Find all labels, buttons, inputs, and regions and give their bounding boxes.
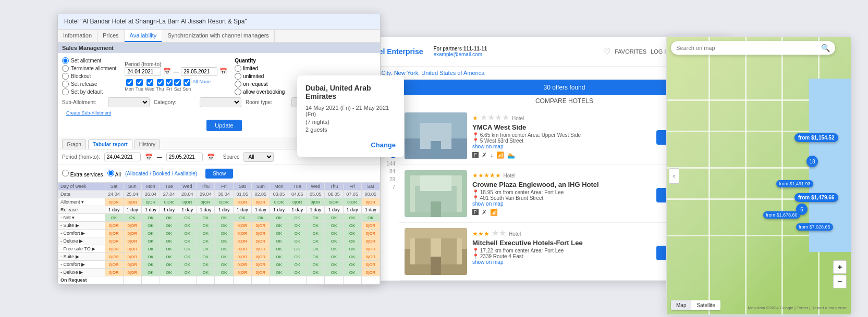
period-to-input[interactable] (181, 67, 217, 76)
map-pin-circle-18[interactable]: 18 (806, 156, 818, 167)
svg-rect-3 (431, 141, 441, 159)
source-select[interactable]: All (243, 152, 274, 162)
day-tue[interactable]: Tue (136, 79, 143, 92)
change-button[interactable]: Change (371, 141, 396, 149)
table-row: - Suite ▶ 0|OR0|OR OKOK OKOK OK0|OR 0|OR… (58, 253, 380, 261)
qty-unlimited[interactable]: unlimited (235, 73, 285, 80)
tab-history[interactable]: History (135, 140, 160, 149)
zoom-out-button[interactable]: − (833, 275, 847, 288)
tab-information[interactable]: Information (58, 30, 97, 42)
period2-to-input[interactable] (166, 153, 203, 161)
tab-prices[interactable]: Prices (97, 30, 125, 42)
period-from-input[interactable] (125, 67, 161, 76)
table-row: - Deluxe ▶ 0|OR0|OR OKOK OKOK OK0|OR 0|O… (58, 269, 380, 276)
calendar-from-icon[interactable]: 📅 (163, 68, 171, 75)
radio-blockout[interactable]: Blockout (62, 73, 116, 80)
show-button[interactable]: Show (205, 169, 233, 179)
hotel-type-mitchell: Hotel (509, 231, 521, 237)
map-attribution: Map data ©2024 Google | Terms | Report a… (748, 306, 847, 310)
update-button[interactable]: Update (206, 120, 241, 131)
parking-icon: 🅿 (472, 209, 479, 216)
allot-table-body: Allotment ▾ 0|OR0|OR 0|OR0|OR 0|OR0|OR 0… (58, 198, 380, 284)
day-thu[interactable]: Thu (156, 79, 164, 92)
day-wed[interactable]: Wed (145, 79, 154, 92)
satellite-view-button[interactable]: Satellite (691, 300, 720, 310)
hotel-type-crowne: Hotel (503, 173, 515, 179)
star1-count: 7 (392, 184, 395, 190)
hotel-map-mitchell[interactable]: show on map (472, 259, 651, 265)
zoom-in-button[interactable]: + (833, 260, 847, 274)
hotel-name-mitchell: Mitchell Executive Hotels-Fort Lee (472, 239, 651, 247)
star2-count: 29 (389, 176, 395, 182)
alloc-label: (Allocated / Booked / Available) (125, 171, 197, 176)
day-sat[interactable]: Sat (174, 79, 181, 92)
sub-allotment-select[interactable] (108, 97, 150, 107)
hotel-area-ymca: Upper West Side (542, 132, 581, 138)
hotel-area-label-crowne: Area: (531, 189, 545, 195)
quantity-label: Quantity (235, 58, 285, 64)
favorites-icon[interactable]: ♡ (603, 47, 610, 57)
hotel-area-mitchell: Fort Lee (544, 248, 564, 253)
road-v1 (708, 37, 710, 314)
day-fri[interactable]: Fri (166, 79, 173, 92)
allot-table-container[interactable]: Day of week SatSun MonTue WedThu FriSat … (58, 182, 380, 284)
tab-graph[interactable]: Graph (62, 140, 86, 149)
hotel-info-crowne: ★★★★★ Hotel Crowne Plaza Englewood, an I… (472, 170, 651, 217)
calendar-to-icon[interactable]: 📅 (219, 68, 227, 75)
tab-tabular[interactable]: Tabular report (88, 140, 132, 149)
calendar2-to-icon[interactable]: 📅 (207, 154, 215, 161)
wifi-icon: 📶 (496, 151, 504, 159)
radio-default[interactable]: Set by default (62, 88, 116, 95)
category-label: Category: (154, 99, 195, 105)
hotel-dist-mitchell: 17.22 km from center (480, 248, 529, 253)
tab-availability[interactable]: Availability (125, 30, 163, 42)
map-nav-left[interactable]: ‹ (669, 168, 679, 184)
map-view-button[interactable]: Map (671, 300, 691, 310)
calendar2-from-icon[interactable]: 📅 (145, 154, 153, 161)
pool-icon: 🏊 (507, 151, 515, 159)
hotel-addr-icon-crowne: 📍 (472, 195, 479, 201)
map-pin-1491[interactable]: from $1,491.93 (776, 180, 813, 187)
admin-title: Hotel "Al Bandar Hotel at Shangri-La Bar… (58, 14, 380, 30)
category-select[interactable] (200, 97, 241, 107)
qty-overbooking[interactable]: allow overbooking (235, 88, 285, 95)
hotel-map-ymca[interactable]: show on map (472, 144, 651, 149)
hotel-photo-mitchell (405, 228, 467, 275)
map-search-input[interactable] (676, 45, 821, 51)
create-sub-allotment-link[interactable]: Create Sub-Allotment (66, 110, 111, 116)
table-header-day: Day of week SatSun MonTue WedThu FriSat … (58, 183, 380, 191)
map-pin-1154[interactable]: from $1,154.52 (794, 133, 838, 142)
tab-sync[interactable]: Synchronization with channel managers (162, 30, 274, 42)
radio-set-allotment[interactable]: Set allotment (62, 57, 116, 64)
hotel-area-crowne: Fort Lee (544, 189, 564, 195)
qty-limited[interactable]: limited (235, 65, 285, 72)
day-sun[interactable]: Sun (182, 79, 191, 92)
source-label: Source (223, 154, 240, 160)
qty-on-request[interactable]: on request (235, 81, 285, 87)
hotel-addr-icon-ymca: 📍 (472, 138, 479, 144)
period2-from-input[interactable] (104, 153, 141, 161)
map-pin-1479[interactable]: from $1,479.66 (794, 193, 838, 202)
popup-nights: (7 nights) (305, 119, 396, 125)
map-background[interactable]: from $1,154.52 18 from $1,491.93 from $1… (667, 37, 851, 314)
all-radio[interactable]: All (107, 170, 121, 177)
extra-radio[interactable]: Extra services (62, 170, 103, 177)
hotel-photo-ymca (405, 112, 467, 159)
day-none[interactable]: None (199, 79, 211, 92)
map-pin-7028[interactable]: from $7,028.65 (796, 223, 833, 231)
map-search-icon[interactable]: 🔍 (821, 44, 830, 52)
hotel-map-crowne[interactable]: show on map (472, 201, 651, 207)
hotel-area-label-ymca: Area: (528, 132, 542, 138)
table-row: Allotment ▾ 0|OR0|OR 0|OR0|OR 0|OR0|OR 0… (58, 198, 380, 206)
radio-release[interactable]: Set release (62, 81, 116, 87)
map-pin-1678[interactable]: from $1,678.60 (763, 211, 800, 219)
map-toggle: Map Satellite (671, 300, 720, 310)
login-button[interactable]: FAVORITES (615, 48, 646, 55)
day-mon[interactable]: Mon (125, 79, 134, 92)
radio-terminate[interactable]: Terminate allotment (62, 65, 116, 72)
day-all[interactable]: All (192, 79, 198, 92)
hotel-area-label-mitchell: Area: (531, 248, 545, 253)
hotel-img-crowne (405, 170, 467, 217)
col-date: Date (58, 191, 105, 198)
hotel-dist-icon-crowne: 📍 (472, 189, 479, 195)
